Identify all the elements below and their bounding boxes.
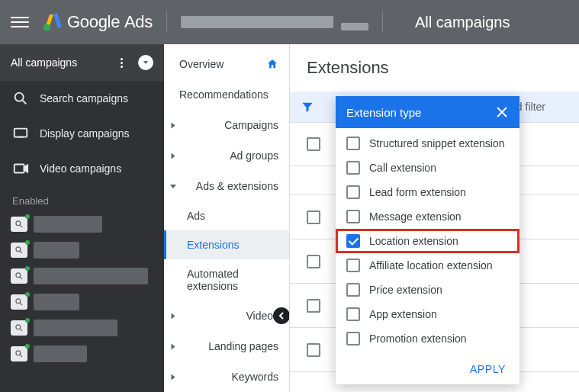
- brand[interactable]: Google Ads: [43, 12, 153, 32]
- svg-point-8: [16, 325, 21, 329]
- nav-label: Display campaigns: [40, 127, 130, 140]
- enabled-campaign-row[interactable]: [0, 237, 164, 263]
- scope-title: All campaigns: [415, 14, 510, 31]
- more-icon[interactable]: [115, 56, 127, 69]
- popover-title: Extension type: [346, 106, 421, 119]
- extension-type-option[interactable]: Location extension: [336, 229, 519, 253]
- nav-label: Ads & extensions: [196, 180, 278, 192]
- placeholder: [34, 345, 87, 362]
- extension-type-option[interactable]: Message extension: [336, 204, 519, 229]
- account-placeholder-small: [341, 23, 368, 31]
- placeholder: [34, 294, 79, 310]
- nav-automated-extensions[interactable]: Automated extensions: [164, 259, 289, 300]
- placeholder: [34, 320, 117, 336]
- nav-display-campaigns[interactable]: Display campaigns: [0, 116, 164, 151]
- popover-list: Structured snippet extensionCall extensi…: [336, 128, 519, 354]
- row-checkbox[interactable]: [307, 299, 320, 313]
- option-label: Structured snippet extension: [369, 137, 504, 149]
- svg-point-0: [43, 24, 50, 31]
- nav-campaigns[interactable]: Campaigns: [164, 110, 289, 140]
- extension-type-option[interactable]: Promotion extension: [336, 326, 519, 351]
- nav-ads[interactable]: Ads: [164, 201, 289, 230]
- nav-label: Video campaigns: [40, 162, 121, 175]
- extension-type-option[interactable]: Structured snippet extension: [336, 131, 519, 156]
- enabled-campaign-row[interactable]: [0, 289, 164, 315]
- enabled-campaign-row[interactable]: [0, 211, 164, 237]
- option-checkbox[interactable]: [346, 234, 360, 248]
- divider: [382, 11, 383, 33]
- home-icon: [266, 58, 278, 70]
- search-badge-icon: [11, 346, 27, 361]
- enabled-campaign-row[interactable]: [0, 315, 164, 341]
- option-checkbox[interactable]: [346, 210, 360, 223]
- extension-type-option[interactable]: Call extension: [336, 156, 519, 180]
- video-icon: [12, 162, 29, 175]
- svg-point-4: [16, 221, 21, 226]
- svg-rect-3: [14, 165, 24, 173]
- page-nav: Overview Recommendations Campaigns Ad gr…: [164, 44, 290, 392]
- extension-type-option[interactable]: Affiliate location extension: [336, 253, 519, 278]
- svg-point-6: [16, 273, 21, 278]
- nav-label: Campaigns: [224, 119, 278, 131]
- nav-video-campaigns[interactable]: Video campaigns: [0, 151, 164, 186]
- placeholder: [34, 268, 148, 284]
- svg-rect-2: [14, 129, 27, 137]
- option-checkbox[interactable]: [346, 185, 360, 199]
- nav-overview[interactable]: Overview: [164, 44, 289, 79]
- campaign-nav: All campaigns Search campaigns Display c…: [0, 44, 164, 392]
- option-checkbox[interactable]: [346, 161, 360, 175]
- svg-point-7: [16, 299, 21, 304]
- placeholder: [34, 242, 79, 259]
- extension-type-option[interactable]: Lead form extension: [336, 180, 519, 204]
- enabled-label: Enabled: [0, 186, 164, 211]
- nav-landing-pages[interactable]: Landing pages: [164, 331, 289, 361]
- menu-icon[interactable]: [11, 13, 29, 31]
- option-label: Affiliate location extension: [369, 259, 493, 272]
- nav-search-campaigns[interactable]: Search campaigns: [0, 81, 164, 116]
- option-label: Call extension: [369, 162, 436, 174]
- nav-ad-groups[interactable]: Ad groups: [164, 140, 289, 171]
- search-badge-icon: [11, 294, 27, 310]
- option-checkbox[interactable]: [346, 307, 360, 321]
- option-checkbox[interactable]: [346, 137, 360, 150]
- option-checkbox[interactable]: [346, 283, 360, 297]
- select-all-checkbox[interactable]: [307, 137, 320, 151]
- row-checkbox[interactable]: [307, 343, 320, 357]
- option-checkbox[interactable]: [346, 332, 360, 345]
- close-icon[interactable]: [495, 105, 509, 119]
- option-label: Lead form extension: [369, 186, 466, 198]
- row-checkbox[interactable]: [307, 255, 320, 268]
- nav-label: Overview: [179, 58, 224, 70]
- search-badge-icon: [11, 320, 27, 336]
- extension-type-option[interactable]: Price extension: [336, 278, 519, 302]
- nav-videos[interactable]: Videos: [164, 300, 289, 331]
- option-label: Message extension: [369, 210, 462, 223]
- row-checkbox[interactable]: [307, 210, 320, 224]
- nav-extensions[interactable]: Extensions: [164, 230, 289, 259]
- search-icon: [12, 92, 29, 105]
- popover-header: Extension type: [336, 96, 519, 128]
- nav-label: Ad groups: [230, 149, 278, 162]
- nav-label: Search campaigns: [40, 92, 128, 104]
- nav-label: Landing pages: [208, 340, 278, 352]
- collapse-nav-icon[interactable]: [138, 55, 153, 70]
- extension-type-popover: Extension type Structured snippet extens…: [336, 96, 519, 384]
- enabled-campaign-row[interactable]: [0, 341, 164, 367]
- nav-keywords[interactable]: Keywords: [164, 361, 289, 392]
- option-checkbox[interactable]: [346, 259, 360, 272]
- collapse-panel-icon[interactable]: [273, 307, 290, 324]
- nav-recommendations[interactable]: Recommendations: [164, 79, 289, 110]
- filter-icon[interactable]: [301, 100, 314, 114]
- extension-type-option[interactable]: App extension: [336, 302, 519, 326]
- svg-point-5: [16, 247, 21, 252]
- search-badge-icon: [11, 268, 27, 284]
- option-label: Price extension: [369, 284, 442, 296]
- search-badge-icon: [11, 217, 27, 232]
- account-placeholder: [181, 16, 333, 28]
- apply-button[interactable]: APPLY: [470, 363, 506, 375]
- nav-ads-extensions[interactable]: Ads & extensions: [164, 171, 289, 201]
- topbar: Google Ads All campaigns: [0, 0, 579, 44]
- search-badge-icon: [11, 243, 27, 258]
- brand-text: Google Ads: [67, 12, 153, 32]
- enabled-campaign-row[interactable]: [0, 263, 164, 289]
